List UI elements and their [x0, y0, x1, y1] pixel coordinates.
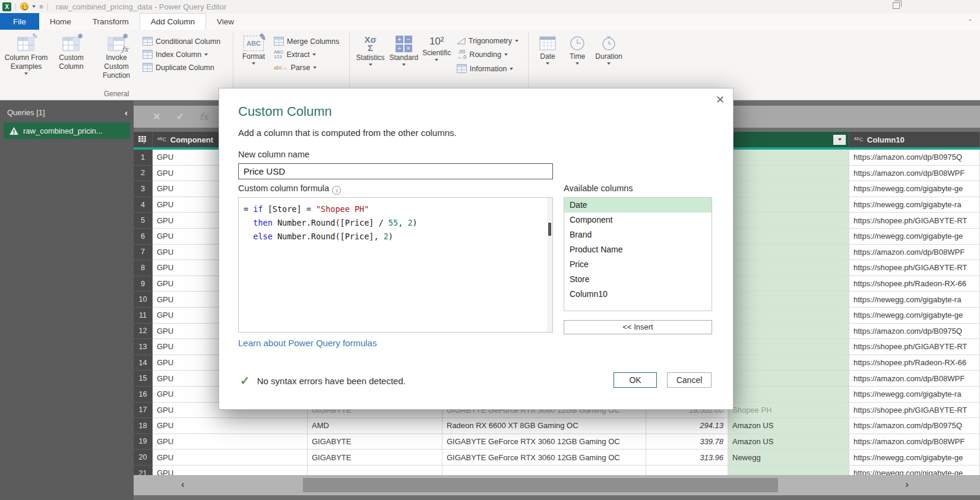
tab-add-column[interactable]: Add Column [140, 13, 206, 30]
cell-store[interactable] [728, 371, 849, 387]
row-number[interactable]: 7 [134, 245, 153, 261]
available-column-item[interactable]: Store [564, 272, 712, 287]
tab-transform[interactable]: Transform [82, 13, 140, 30]
row-number[interactable]: 9 [134, 276, 153, 292]
cell-column10[interactable]: https://shopee.ph/GIGABYTE-RT [849, 403, 980, 419]
cell-price[interactable]: 294.13 [646, 418, 728, 434]
collapse-panel-icon[interactable]: ‹ [125, 107, 128, 118]
cell-component[interactable]: GPU [153, 434, 308, 450]
formula-editor[interactable]: = if [Store] = "Shopee PH" then Number.R… [238, 197, 553, 333]
cell-column10[interactable]: https://shopee.ph/Radeon-RX-66 [849, 276, 980, 292]
cell-column10[interactable]: https://newegg.com/gigabyte-ge [849, 308, 980, 324]
cell-column10[interactable]: https://amazon.com/dp/B0975Q [849, 418, 980, 434]
parse-button[interactable]: abc→ Parse [274, 64, 339, 72]
customize-toolbar-icon[interactable]: ≡ [39, 4, 43, 10]
row-number[interactable]: 16 [134, 387, 153, 403]
row-number[interactable]: 5 [134, 213, 153, 229]
available-column-item[interactable]: Component [564, 213, 712, 227]
custom-column-button[interactable]: ✱ Custom Column [49, 33, 94, 71]
cell-store[interactable] [728, 150, 849, 166]
row-number[interactable]: 17 [134, 403, 153, 419]
cancel-button[interactable]: Cancel [667, 372, 712, 388]
cell-column10[interactable]: https://amazon.com/dp/B0975Q [849, 150, 980, 166]
invoke-custom-function-button[interactable]: ✱ƒx Invoke Custom Function [94, 33, 139, 80]
feedback-smiley-icon[interactable] [20, 2, 29, 11]
horizontal-scrollbar[interactable]: ‹ › [134, 475, 980, 495]
collapse-ribbon-icon[interactable]: ⌃ [968, 18, 973, 24]
conditional-column-button[interactable]: Conditional Column [143, 37, 220, 46]
cell-store[interactable] [728, 260, 849, 276]
time-button[interactable]: Time [563, 33, 592, 65]
cell-price[interactable]: 339.78 [646, 434, 728, 450]
cell-column10[interactable]: https://amazon.com/dp/B08WPF [849, 434, 980, 450]
learn-formulas-link[interactable]: Learn about Power Query formulas [238, 338, 377, 348]
cell-column10[interactable]: https://amazon.com/dp/B0975Q [849, 324, 980, 340]
information-button[interactable]: Information [457, 64, 519, 73]
cell-store[interactable]: Newegg [728, 450, 849, 466]
trigonometry-button[interactable]: Trigonometry [457, 37, 519, 45]
row-number[interactable]: 10 [134, 292, 153, 308]
cell-store[interactable] [728, 355, 849, 371]
row-number[interactable]: 4 [134, 197, 153, 213]
row-number[interactable]: 3 [134, 181, 153, 197]
cell-column10[interactable]: https://newegg.com/gigabyte-ge [849, 181, 980, 197]
formula-scrollbar[interactable] [547, 198, 552, 332]
cell-store[interactable] [728, 166, 849, 182]
new-column-name-input[interactable] [238, 163, 553, 179]
cell-store[interactable] [728, 339, 849, 355]
cell-store[interactable]: Amazon US [728, 418, 849, 434]
cell-store[interactable] [728, 387, 849, 403]
close-icon[interactable]: ✕ [716, 93, 725, 106]
row-number[interactable]: 13 [134, 339, 153, 355]
cell-store[interactable]: Shopee PH [728, 403, 849, 419]
query-list-item[interactable]: raw_combined_pricin... [4, 122, 130, 139]
merge-columns-button[interactable]: Merge Columns [274, 37, 339, 46]
index-column-button[interactable]: Index Column [143, 50, 220, 59]
extract-button[interactable]: ABC123 Extract [274, 50, 339, 59]
cell-brand[interactable]: GIGABYTE [308, 450, 442, 466]
row-number[interactable]: 12 [134, 324, 153, 340]
cell-column10[interactable]: https://shopee.ph/GIGABYTE-RT [849, 213, 980, 229]
cell-column10[interactable]: https://amazon.com/dp/B08WPF [849, 245, 980, 261]
restore-window-icon[interactable] [893, 2, 900, 9]
cell-store[interactable]: Amazon US [728, 434, 849, 450]
available-column-item[interactable]: Date [564, 198, 712, 213]
cell-product-name[interactable]: Radeon RX 6600 XT 8GB Gaming OC [442, 418, 646, 434]
available-column-item[interactable]: Brand [564, 227, 712, 242]
available-column-item[interactable]: Price [564, 257, 712, 272]
tab-file[interactable]: File [0, 13, 39, 30]
cell-column10[interactable]: https://shopee.ph/GIGABYTE-RT [849, 260, 980, 276]
cell-store[interactable] [728, 229, 849, 245]
duplicate-column-button[interactable]: Duplicate Column [143, 63, 220, 72]
row-number[interactable]: 11 [134, 308, 153, 324]
tab-view[interactable]: View [206, 13, 245, 30]
duration-button[interactable]: Duration [592, 33, 626, 65]
standard-button[interactable]: +−÷× Standard [387, 33, 420, 66]
select-all-header[interactable] [134, 132, 153, 147]
statistics-button[interactable]: ΧσΣ Statistics [353, 33, 387, 66]
cell-store[interactable] [728, 324, 849, 340]
cell-store[interactable] [728, 245, 849, 261]
commit-formula-icon[interactable]: ✓ [176, 111, 184, 122]
cell-store[interactable] [728, 181, 849, 197]
cancel-formula-icon[interactable]: ✕ [153, 111, 160, 122]
chevron-down-icon[interactable] [32, 5, 36, 8]
date-button[interactable]: Date [532, 33, 563, 65]
cell-column10[interactable]: https://newegg.com/gigabyte-ge [849, 450, 980, 466]
rounding-button[interactable]: .00→.0 Rounding [457, 49, 519, 60]
column-header-column10[interactable]: ᴬᴮC Column10 [849, 132, 980, 147]
cell-component[interactable]: GPU [153, 418, 308, 434]
cell-product-name[interactable]: GIGABYTE GeForce RTX 3060 12GB Gaming OC [442, 450, 646, 466]
cell-column10[interactable]: https://shopee.ph/GIGABYTE-RT [849, 339, 980, 355]
cell-price[interactable]: 313.96 [646, 450, 728, 466]
row-number[interactable]: 19 [134, 434, 153, 450]
cell-store[interactable] [728, 308, 849, 324]
insert-button[interactable]: << Insert [564, 320, 712, 334]
scrollbar-thumb[interactable] [303, 478, 778, 492]
cell-component[interactable]: GPU [153, 450, 308, 466]
cell-store[interactable] [728, 292, 849, 308]
cell-store[interactable] [728, 213, 849, 229]
cell-column10[interactable]: https://amazon.com/dp/B08WPF [849, 166, 980, 182]
cell-product-name[interactable]: GIGABYTE GeForce RTX 3060 12GB Gaming OC [442, 434, 646, 450]
row-number[interactable]: 15 [134, 371, 153, 387]
